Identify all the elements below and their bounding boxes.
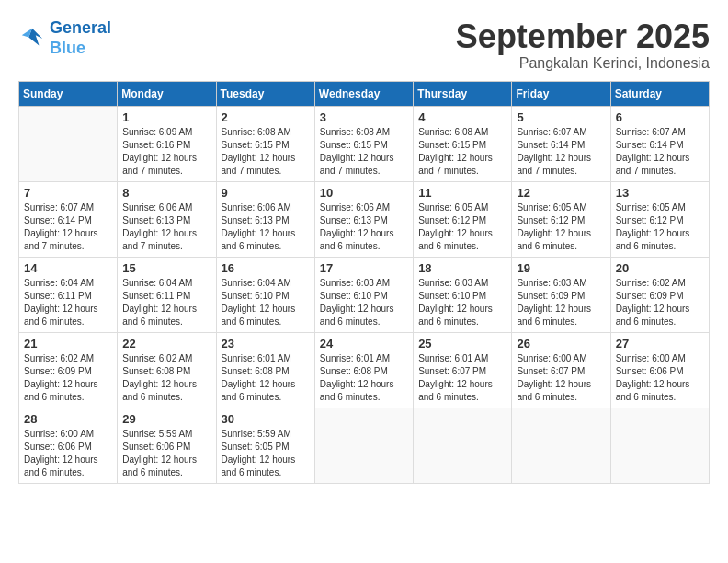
location-subtitle: Pangkalan Kerinci, Indonesia [456, 55, 710, 72]
calendar-cell [414, 408, 512, 483]
cell-sun-info: Sunrise: 6:03 AM Sunset: 6:09 PM Dayligh… [517, 277, 605, 328]
day-number: 12 [517, 186, 605, 200]
cell-sun-info: Sunrise: 6:05 AM Sunset: 6:12 PM Dayligh… [616, 201, 704, 253]
calendar-cell: 11Sunrise: 6:05 AM Sunset: 6:12 PM Dayli… [414, 181, 512, 257]
calendar-cell: 26Sunrise: 6:00 AM Sunset: 6:07 PM Dayli… [512, 332, 610, 408]
day-number: 13 [616, 186, 704, 200]
calendar-cell: 15Sunrise: 6:04 AM Sunset: 6:11 PM Dayli… [118, 257, 216, 332]
cell-sun-info: Sunrise: 5:59 AM Sunset: 6:05 PM Dayligh… [222, 428, 310, 479]
calendar-cell: 16Sunrise: 6:04 AM Sunset: 6:10 PM Dayli… [216, 257, 314, 332]
calendar-cell [314, 408, 413, 483]
day-number: 25 [418, 337, 506, 350]
calendar-cell: 1Sunrise: 6:09 AM Sunset: 6:16 PM Daylig… [118, 106, 216, 181]
day-number: 19 [517, 261, 605, 275]
weekday-header-saturday: Saturday [610, 81, 709, 106]
calendar-cell: 9Sunrise: 6:06 AM Sunset: 6:13 PM Daylig… [216, 181, 314, 257]
calendar-cell: 3Sunrise: 6:08 AM Sunset: 6:15 PM Daylig… [314, 106, 413, 181]
day-number: 3 [320, 110, 408, 124]
weekday-header-tuesday: Tuesday [216, 81, 314, 106]
logo: GeneralBlue [18, 18, 111, 58]
cell-sun-info: Sunrise: 6:00 AM Sunset: 6:06 PM Dayligh… [616, 352, 704, 404]
cell-sun-info: Sunrise: 6:01 AM Sunset: 6:08 PM Dayligh… [222, 352, 310, 404]
calendar-cell: 13Sunrise: 6:05 AM Sunset: 6:12 PM Dayli… [610, 181, 709, 257]
day-number: 11 [418, 186, 506, 200]
cell-sun-info: Sunrise: 6:03 AM Sunset: 6:10 PM Dayligh… [418, 277, 506, 328]
cell-sun-info: Sunrise: 6:06 AM Sunset: 6:13 PM Dayligh… [222, 201, 310, 253]
cell-sun-info: Sunrise: 6:02 AM Sunset: 6:09 PM Dayligh… [616, 277, 704, 328]
day-number: 30 [222, 412, 310, 426]
day-number: 28 [24, 412, 112, 426]
calendar-cell: 21Sunrise: 6:02 AM Sunset: 6:09 PM Dayli… [19, 332, 118, 408]
cell-sun-info: Sunrise: 6:05 AM Sunset: 6:12 PM Dayligh… [418, 201, 506, 253]
calendar-cell: 20Sunrise: 6:02 AM Sunset: 6:09 PM Dayli… [610, 257, 709, 332]
day-number: 7 [24, 186, 112, 200]
day-number: 1 [122, 110, 210, 124]
calendar-cell: 23Sunrise: 6:01 AM Sunset: 6:08 PM Dayli… [216, 332, 314, 408]
calendar-cell: 14Sunrise: 6:04 AM Sunset: 6:11 PM Dayli… [19, 257, 118, 332]
calendar-table: SundayMondayTuesdayWednesdayThursdayFrid… [18, 81, 710, 484]
day-number: 16 [222, 261, 310, 275]
calendar-week-row: 21Sunrise: 6:02 AM Sunset: 6:09 PM Dayli… [19, 332, 710, 408]
calendar-cell: 29Sunrise: 5:59 AM Sunset: 6:06 PM Dayli… [118, 408, 216, 483]
calendar-cell: 5Sunrise: 6:07 AM Sunset: 6:14 PM Daylig… [512, 106, 610, 181]
day-number: 10 [320, 186, 408, 200]
calendar-cell: 27Sunrise: 6:00 AM Sunset: 6:06 PM Dayli… [610, 332, 709, 408]
cell-sun-info: Sunrise: 6:04 AM Sunset: 6:11 PM Dayligh… [24, 277, 112, 328]
day-number: 24 [320, 337, 408, 350]
day-number: 27 [616, 337, 704, 350]
weekday-header-monday: Monday [118, 81, 216, 106]
logo-text: GeneralBlue [50, 18, 111, 58]
calendar-cell: 28Sunrise: 6:00 AM Sunset: 6:06 PM Dayli… [19, 408, 118, 483]
day-number: 20 [616, 261, 704, 275]
cell-sun-info: Sunrise: 6:07 AM Sunset: 6:14 PM Dayligh… [616, 126, 704, 178]
day-number: 29 [122, 412, 210, 426]
calendar-cell: 6Sunrise: 6:07 AM Sunset: 6:14 PM Daylig… [610, 106, 709, 181]
cell-sun-info: Sunrise: 5:59 AM Sunset: 6:06 PM Dayligh… [122, 428, 210, 479]
calendar-week-row: 14Sunrise: 6:04 AM Sunset: 6:11 PM Dayli… [19, 257, 710, 332]
cell-sun-info: Sunrise: 6:02 AM Sunset: 6:08 PM Dayligh… [122, 352, 210, 404]
day-number: 8 [122, 186, 210, 200]
cell-sun-info: Sunrise: 6:08 AM Sunset: 6:15 PM Dayligh… [222, 126, 310, 178]
calendar-header-row: SundayMondayTuesdayWednesdayThursdayFrid… [19, 81, 710, 106]
calendar-cell: 19Sunrise: 6:03 AM Sunset: 6:09 PM Dayli… [512, 257, 610, 332]
calendar-cell: 2Sunrise: 6:08 AM Sunset: 6:15 PM Daylig… [216, 106, 314, 181]
cell-sun-info: Sunrise: 6:00 AM Sunset: 6:07 PM Dayligh… [517, 352, 605, 404]
calendar-cell [19, 106, 118, 181]
calendar-cell: 7Sunrise: 6:07 AM Sunset: 6:14 PM Daylig… [19, 181, 118, 257]
day-number: 15 [122, 261, 210, 275]
cell-sun-info: Sunrise: 6:01 AM Sunset: 6:07 PM Dayligh… [418, 352, 506, 404]
calendar-cell [512, 408, 610, 483]
logo-icon [18, 25, 46, 52]
day-number: 6 [616, 110, 704, 124]
cell-sun-info: Sunrise: 6:03 AM Sunset: 6:10 PM Dayligh… [320, 277, 408, 328]
calendar-cell: 4Sunrise: 6:08 AM Sunset: 6:15 PM Daylig… [414, 106, 512, 181]
day-number: 22 [122, 337, 210, 350]
weekday-header-wednesday: Wednesday [314, 81, 413, 106]
calendar-body: 1Sunrise: 6:09 AM Sunset: 6:16 PM Daylig… [19, 106, 710, 483]
weekday-header-friday: Friday [512, 81, 610, 106]
calendar-week-row: 7Sunrise: 6:07 AM Sunset: 6:14 PM Daylig… [19, 181, 710, 257]
cell-sun-info: Sunrise: 6:04 AM Sunset: 6:10 PM Dayligh… [222, 277, 310, 328]
day-number: 21 [24, 337, 112, 350]
calendar-cell: 10Sunrise: 6:06 AM Sunset: 6:13 PM Dayli… [314, 181, 413, 257]
day-number: 9 [222, 186, 310, 200]
calendar-week-row: 1Sunrise: 6:09 AM Sunset: 6:16 PM Daylig… [19, 106, 710, 181]
cell-sun-info: Sunrise: 6:08 AM Sunset: 6:15 PM Dayligh… [320, 126, 408, 178]
cell-sun-info: Sunrise: 6:00 AM Sunset: 6:06 PM Dayligh… [24, 428, 112, 479]
calendar-week-row: 28Sunrise: 6:00 AM Sunset: 6:06 PM Dayli… [19, 408, 710, 483]
calendar-cell: 12Sunrise: 6:05 AM Sunset: 6:12 PM Dayli… [512, 181, 610, 257]
day-number: 2 [222, 110, 310, 124]
calendar-cell: 17Sunrise: 6:03 AM Sunset: 6:10 PM Dayli… [314, 257, 413, 332]
month-title: September 2025 [456, 18, 710, 55]
day-number: 23 [222, 337, 310, 350]
cell-sun-info: Sunrise: 6:01 AM Sunset: 6:08 PM Dayligh… [320, 352, 408, 404]
weekday-header-sunday: Sunday [19, 81, 118, 106]
cell-sun-info: Sunrise: 6:07 AM Sunset: 6:14 PM Dayligh… [24, 201, 112, 253]
calendar-cell: 8Sunrise: 6:06 AM Sunset: 6:13 PM Daylig… [118, 181, 216, 257]
day-number: 18 [418, 261, 506, 275]
weekday-header-thursday: Thursday [414, 81, 512, 106]
cell-sun-info: Sunrise: 6:06 AM Sunset: 6:13 PM Dayligh… [122, 201, 210, 253]
calendar-cell: 25Sunrise: 6:01 AM Sunset: 6:07 PM Dayli… [414, 332, 512, 408]
cell-sun-info: Sunrise: 6:08 AM Sunset: 6:15 PM Dayligh… [418, 126, 506, 178]
calendar-cell: 24Sunrise: 6:01 AM Sunset: 6:08 PM Dayli… [314, 332, 413, 408]
